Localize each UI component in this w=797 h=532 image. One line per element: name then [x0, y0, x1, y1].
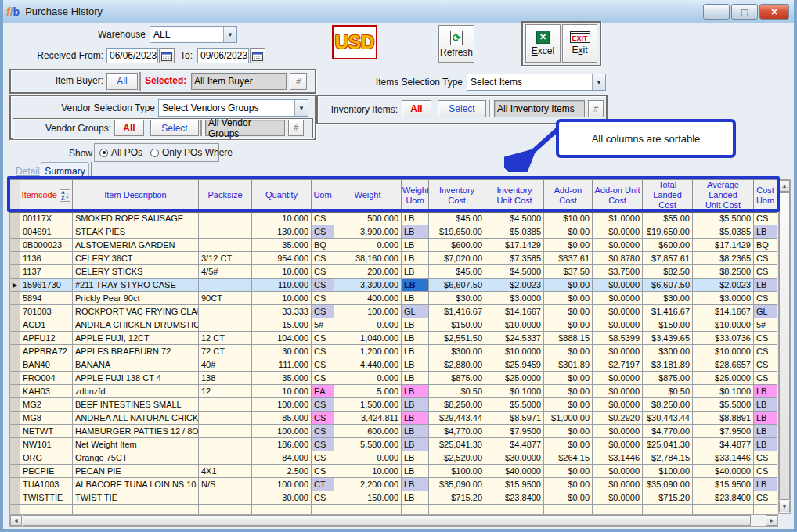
to-date-input[interactable]: 09/06/2023	[197, 48, 249, 63]
wuom-cell[interactable]: LB	[402, 332, 429, 345]
desc-cell[interactable]: TWIST TIE	[73, 491, 199, 505]
table-row[interactable]: 5894Prickly Pear 90ct90CT10.000CS400.000…	[10, 292, 777, 305]
packsize-cell[interactable]: 138	[199, 372, 252, 385]
scroll-down-button[interactable]: ▼	[779, 501, 790, 512]
wuom-cell[interactable]: LB	[402, 465, 429, 478]
weight-cell[interactable]: 10.000	[334, 465, 402, 478]
uom-cell[interactable]: CS	[312, 491, 334, 505]
desc-cell[interactable]: CELERY 36CT	[73, 252, 199, 265]
desc-cell[interactable]: ROCKPORT VAC FRYING CLAMS	[73, 305, 199, 318]
avg_landed-cell[interactable]: $5.5000	[693, 398, 754, 412]
sort-az-icon[interactable]: AZ↓	[60, 189, 71, 202]
col-header-packsize[interactable]: Packsize	[199, 180, 252, 212]
table-row[interactable]: ▶15961730#211 TRAY STYRO CASE110.000CS3,…	[10, 279, 777, 292]
addon_unit-cell[interactable]: $0.0000	[593, 345, 643, 358]
desc-cell[interactable]: ANDREA CHICKEN DRUMSTICKS	[73, 318, 199, 332]
uom-cell[interactable]: CS	[312, 398, 334, 412]
weight-cell[interactable]: 0.000	[334, 239, 402, 252]
wuom-cell[interactable]: LB	[402, 372, 429, 385]
desc-cell[interactable]: ALBACORE TUNA LOIN NS 10 KG	[73, 478, 199, 491]
addon_unit-cell[interactable]: $2.7197	[593, 358, 643, 372]
cost_uom-cell[interactable]: LB	[754, 279, 777, 292]
landed-cell[interactable]: $2,784.15	[643, 451, 693, 465]
wuom-cell[interactable]: LB	[402, 212, 429, 225]
addon-cell[interactable]: $1,000.00	[544, 412, 593, 425]
itemcode-cell[interactable]: APPBRA72	[20, 345, 73, 358]
table-row[interactable]: 701003ROCKPORT VAC FRYING CLAMS33.333CS1…	[10, 305, 777, 318]
desc-cell[interactable]: SMOKED ROPE SAUSAGE	[73, 212, 199, 225]
minimize-button[interactable]: —	[703, 4, 730, 20]
addon-cell[interactable]: $0.00	[544, 385, 593, 398]
desc-cell[interactable]: ALSTOEMERIA GARDEN	[73, 239, 199, 252]
weight-cell[interactable]: 200.000	[334, 265, 402, 279]
col-header-uom[interactable]: Uom	[312, 180, 334, 212]
cost_uom-cell[interactable]: CS	[754, 265, 777, 279]
landed-cell[interactable]: $715.20	[643, 491, 693, 505]
addon_unit-cell[interactable]: $0.0000	[593, 239, 643, 252]
table-row[interactable]: ORGOrange 75CT84.000CS0.000LB$2,520.00$3…	[10, 451, 777, 465]
uom-cell[interactable]: EA	[312, 385, 334, 398]
landed-cell[interactable]: $100.00	[643, 465, 693, 478]
itemcode-cell[interactable]: KAH03	[20, 385, 73, 398]
uom-cell[interactable]: CS	[312, 345, 334, 358]
col-header-weight[interactable]: Weight	[334, 180, 402, 212]
landed-cell[interactable]: $300.00	[643, 345, 693, 358]
itemcode-cell[interactable]: 00117X	[20, 212, 73, 225]
addon-cell[interactable]: $0.00	[544, 372, 593, 385]
itemcode-cell[interactable]: BAN40	[20, 358, 73, 372]
qty-cell[interactable]: 111.000	[252, 358, 312, 372]
landed-cell[interactable]: $8,250.00	[643, 398, 693, 412]
landed-cell[interactable]: $875.00	[643, 372, 693, 385]
tab-detail[interactable]: Detail	[16, 166, 40, 177]
cost_uom-cell[interactable]: CS	[754, 252, 777, 265]
addon-cell[interactable]: $0.00	[544, 305, 593, 318]
inv_cost-cell[interactable]: $0.50	[429, 385, 485, 398]
addon-cell[interactable]: $0.00	[544, 491, 593, 505]
inv_unit-cell[interactable]: $7.9500	[485, 425, 544, 438]
qty-cell[interactable]: 186.000	[252, 438, 312, 451]
packsize-cell[interactable]: 12	[199, 385, 252, 398]
received-from-input[interactable]: 06/06/2023	[106, 48, 158, 63]
vendor-groups-count-button[interactable]: #	[288, 120, 304, 136]
inventory-items-count-button[interactable]: #	[588, 100, 604, 117]
avg_landed-cell[interactable]: $10.0000	[693, 318, 754, 332]
qty-cell[interactable]: 33.333	[252, 305, 312, 318]
vendor-groups-select-button[interactable]: Select	[150, 120, 199, 136]
col-header-inv_unit[interactable]: Inventory Unit Cost	[485, 180, 544, 212]
landed-cell[interactable]: $25,041.30	[643, 438, 693, 451]
addon-cell[interactable]: $264.15	[544, 451, 593, 465]
wuom-cell[interactable]: LB	[402, 252, 429, 265]
uom-cell[interactable]: CS	[312, 252, 334, 265]
addon-cell[interactable]: $0.00	[544, 292, 593, 305]
desc-cell[interactable]: APPLES BRAEBURN 72	[73, 345, 199, 358]
tab-summary[interactable]: Summary	[41, 162, 89, 179]
landed-cell[interactable]: $30.00	[643, 292, 693, 305]
cost_uom-cell[interactable]: CS	[754, 332, 777, 345]
radio-icon[interactable]	[150, 149, 159, 157]
landed-cell[interactable]: $3,181.89	[643, 358, 693, 372]
avg_landed-cell[interactable]: $8.2500	[693, 265, 754, 279]
addon-cell[interactable]: $0.00	[544, 239, 593, 252]
table-row[interactable]: KAH03zdbnzfd1210.000EA5.000LB$0.50$0.100…	[10, 385, 777, 398]
avg_landed-cell[interactable]: $25.0000	[693, 372, 754, 385]
table-row[interactable]: TUA1003ALBACORE TUNA LOIN NS 10 KGN/S100…	[10, 478, 777, 491]
weight-cell[interactable]: 400.000	[334, 292, 402, 305]
avg_landed-cell[interactable]: $4.4877	[693, 438, 754, 451]
cost_uom-cell[interactable]: LB	[754, 425, 777, 438]
col-header-desc[interactable]: Item Description	[73, 180, 199, 212]
addon_unit-cell[interactable]: $0.0000	[593, 225, 643, 239]
wuom-cell[interactable]: LB	[402, 358, 429, 372]
itemcode-cell[interactable]: ORG	[20, 451, 73, 465]
col-header-landed[interactable]: Total Landed Cost	[643, 180, 693, 212]
cost_uom-cell[interactable]: CS	[754, 212, 777, 225]
wuom-cell[interactable]: LB	[402, 292, 429, 305]
weight-cell[interactable]: 150.000	[334, 491, 402, 505]
weight-cell[interactable]: 2,200.000	[334, 478, 402, 491]
itemcode-cell[interactable]: 1136	[20, 252, 73, 265]
itemcode-cell[interactable]: NW101	[20, 438, 73, 451]
qty-cell[interactable]: 35.000	[252, 239, 312, 252]
inv_unit-cell[interactable]: $15.9500	[485, 478, 544, 491]
inv_unit-cell[interactable]: $8.5971	[485, 412, 544, 425]
excel-button[interactable]: ✕ Excel	[525, 24, 561, 63]
cost_uom-cell[interactable]: GL	[754, 305, 777, 318]
